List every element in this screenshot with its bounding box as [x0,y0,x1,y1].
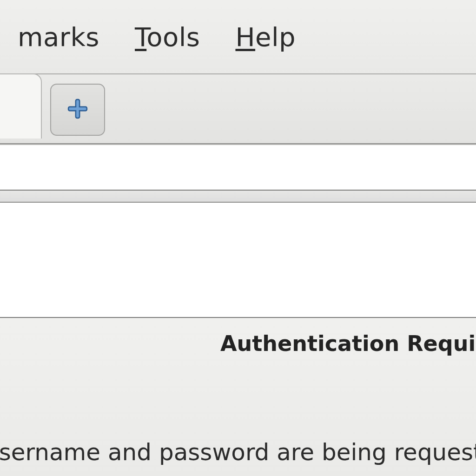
menu-bookmarks[interactable]: marks [0,22,117,52]
url-bar[interactable] [0,144,476,191]
menu-help[interactable]: Help [218,22,313,52]
toolbar-strip [0,191,476,203]
menu-tools[interactable]: Tools [117,22,218,52]
menu-bar: marks Tools Help [0,0,476,74]
dialog-title: Authentication Required [126,331,476,356]
auth-dialog: Authentication Required A username and p… [0,317,476,476]
menu-label-mnemonic: T [135,22,146,52]
menu-label-suffix: ools [146,22,200,52]
dialog-body: A username and password are being reques… [0,439,446,466]
menu-label-suffix: marks [18,22,99,52]
plus-icon [65,96,90,123]
new-tab-button[interactable] [50,84,105,136]
menu-label-suffix: elp [255,22,296,52]
active-tab[interactable] [0,73,42,139]
svg-rect-3 [69,107,86,110]
tab-strip [0,74,476,144]
menu-label-mnemonic: H [235,22,255,52]
